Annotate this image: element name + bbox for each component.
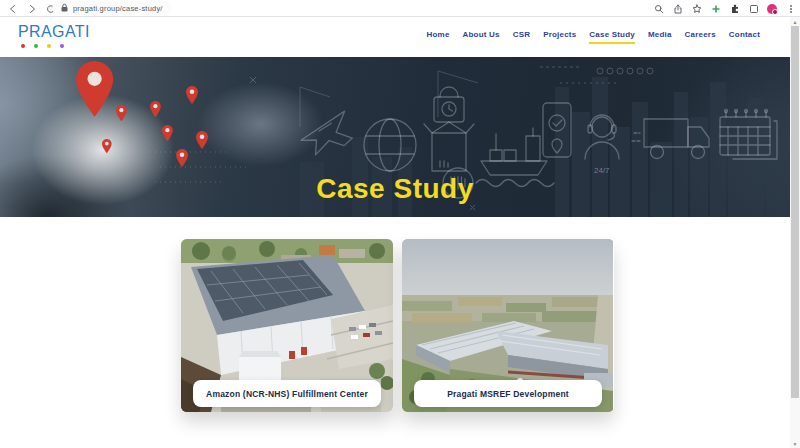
bookmark-star-icon[interactable]: [691, 3, 702, 14]
back-icon[interactable]: [7, 3, 18, 14]
main-nav: Home About Us CSR Projects Case Study Me…: [427, 30, 761, 44]
url-text[interactable]: pragati.group/case-study/: [73, 4, 163, 13]
hero-banner: 24/7: [0, 57, 790, 217]
nav-item-case-study[interactable]: Case Study: [589, 30, 635, 44]
package-box-icon: [424, 122, 474, 171]
search-icon[interactable]: [653, 3, 664, 14]
nav-item-careers[interactable]: Careers: [685, 30, 716, 42]
page-title: Case Study: [0, 173, 790, 205]
address-bar[interactable]: pragati.group/case-study/: [52, 1, 171, 15]
tab-outline-icon[interactable]: [748, 3, 759, 14]
profile-avatar[interactable]: [767, 4, 777, 14]
nav-item-media[interactable]: Media: [648, 30, 672, 42]
airplane-icon: [297, 111, 354, 157]
extension-icon[interactable]: [729, 3, 740, 14]
scrollbar-down-arrow[interactable]: ▼: [790, 439, 800, 448]
forward-icon[interactable]: [26, 3, 37, 14]
nav-item-projects[interactable]: Projects: [543, 30, 576, 42]
logo-dot-yellow: [47, 44, 51, 48]
logo-dot-red: [21, 44, 25, 48]
logo-dot-green: [34, 44, 38, 48]
case-study-cards: Amazon (NCR-NHS) Fulfillment Center: [181, 239, 614, 412]
lock-icon: [60, 0, 69, 17]
browser-toolbar: pragati.group/case-study/: [0, 0, 800, 17]
logo-dot-purple: [60, 44, 64, 48]
share-icon[interactable]: [672, 3, 683, 14]
pragati-logo[interactable]: PRAGATI: [18, 23, 90, 41]
nav-item-about-us[interactable]: About Us: [463, 30, 500, 42]
card-pragati-msref[interactable]: Pragati MSREF Development: [402, 239, 614, 412]
nav-item-contact[interactable]: Contact: [729, 30, 760, 42]
page-scrollbar[interactable]: ▲ ▼: [790, 17, 800, 448]
logo-dots: [21, 44, 64, 48]
scrollbar-thumb[interactable]: [791, 26, 799, 398]
extension-add-icon[interactable]: [710, 3, 721, 14]
map-pins: [76, 61, 208, 167]
card-title-msref[interactable]: Pragati MSREF Development: [414, 380, 602, 407]
site-header: PRAGATI Home About Us CSR Projects Case …: [0, 17, 790, 57]
scrollbar-up-arrow[interactable]: ▲: [790, 17, 800, 26]
nav-item-home[interactable]: Home: [427, 30, 450, 42]
nav-item-csr[interactable]: CSR: [513, 30, 531, 42]
map-pin-large: [76, 61, 113, 117]
card-title-amazon[interactable]: Amazon (NCR-NHS) Fulfillment Center: [193, 380, 381, 407]
menu-kebab-icon[interactable]: [785, 3, 796, 14]
card-amazon-fulfillment[interactable]: Amazon (NCR-NHS) Fulfillment Center: [181, 239, 393, 412]
